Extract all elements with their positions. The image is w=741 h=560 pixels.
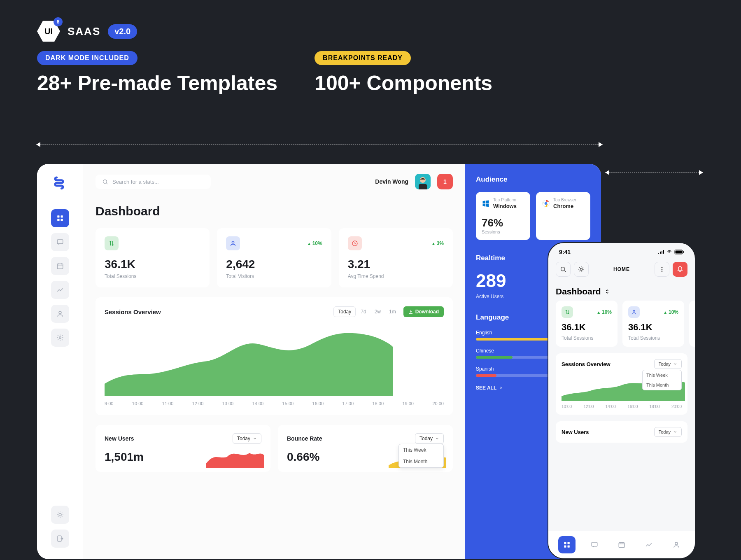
mobile-more-button[interactable] (655, 262, 669, 277)
stat-delta: 10% (597, 309, 612, 315)
headline-components: 100+ Components (315, 72, 492, 96)
mnav-dashboard[interactable] (558, 536, 576, 553)
nav-analytics[interactable] (51, 281, 69, 299)
stat-label: Total Visitors (226, 273, 322, 279)
mobile-new-users-select[interactable]: Today (654, 427, 682, 437)
stat-value: 36.1K (562, 322, 612, 333)
avatar[interactable] (415, 174, 431, 189)
range-2w[interactable]: 2w (371, 307, 384, 317)
range-today[interactable]: Today (333, 306, 356, 317)
mnav-profile[interactable] (668, 536, 685, 553)
logo-icon (52, 175, 68, 192)
page-title: Dashboard (96, 204, 453, 218)
notification-badge[interactable]: 1 (437, 174, 453, 189)
card-title: Sessions Overview (562, 361, 611, 367)
svg-rect-0 (57, 215, 59, 217)
bounce-dropdown[interactable]: This Week This Month (398, 444, 444, 468)
stat-value: 36.1K (628, 322, 678, 333)
width-ruler (36, 144, 603, 145)
sessions-area-chart (105, 322, 393, 396)
new-users-card: New Users Today 1,501m (96, 425, 270, 472)
product-name: SAAS (68, 25, 100, 38)
stat-label: Total Sessions (628, 335, 678, 341)
search-placeholder: Search for a stats... (112, 179, 159, 185)
mobile-sessions-dropdown[interactable]: This Week This Month (642, 370, 682, 390)
stat-total-sessions: 36.1K Total Sessions (96, 228, 210, 287)
mnav-calendar[interactable] (613, 536, 630, 553)
mobile-sessions-select[interactable]: Today (654, 359, 682, 369)
svg-point-7 (59, 337, 61, 339)
svg-point-23 (662, 267, 663, 268)
nav-users[interactable] (51, 305, 69, 323)
stat-value: 2,642 (226, 258, 322, 271)
mobile-bottom-nav (548, 531, 695, 558)
svg-point-25 (662, 271, 663, 272)
range-7d[interactable]: 7d (357, 307, 369, 317)
selector-icon (604, 289, 610, 294)
mobile-theme-button[interactable] (574, 262, 589, 277)
download-label: Download (415, 309, 439, 315)
nav-calendar[interactable] (51, 257, 69, 275)
arrows-icon (562, 306, 573, 318)
stat-value: 36.1K (105, 258, 200, 271)
svg-point-8 (59, 513, 61, 516)
stat-label: Total Sessions (562, 335, 612, 341)
chevron-right-icon (499, 386, 503, 390)
desktop-dashboard: Search for a stats... Devin Wong 1 Dashb… (37, 164, 601, 559)
top-platform-card: Top Platform Windows 76% Sessions (476, 192, 530, 240)
mnav-analytics[interactable] (640, 536, 657, 553)
mobile-bell-button[interactable] (673, 262, 687, 277)
svg-rect-33 (619, 543, 624, 548)
download-icon (408, 309, 413, 314)
mobile-stat-1: 10% 36.1K Total Sessions (556, 301, 618, 347)
stat-label: Avg Time Spend (348, 273, 444, 279)
status-icons (658, 250, 684, 254)
label: Top Browser (553, 198, 576, 202)
mobile-mockup: 9:41 HOME Dashboard 10% 36.1K Total Sess… (548, 242, 696, 559)
nav-settings[interactable] (51, 329, 69, 347)
dropdown-option-week[interactable]: This Week (399, 444, 443, 456)
dropdown-option-week[interactable]: This Week (643, 370, 681, 380)
search-input[interactable]: Search for a stats... (96, 175, 211, 189)
mobile-sessions-card: Sessions Overview Today This Week This M… (556, 353, 687, 415)
new-users-select[interactable]: Today (233, 433, 261, 444)
svg-point-22 (580, 268, 582, 270)
svg-rect-1 (61, 215, 63, 217)
chrome-icon (542, 199, 550, 208)
stat-delta: 3% (431, 240, 444, 246)
nav-dashboard[interactable] (51, 209, 69, 227)
svg-rect-28 (564, 542, 566, 544)
mobile-home-label: HOME (613, 266, 630, 272)
nav-chat[interactable] (51, 233, 69, 251)
chevron-down-icon (673, 362, 677, 366)
headline-templates: 28+ Pre-made Templates (37, 72, 277, 96)
dropdown-option-month[interactable]: This Month (399, 456, 443, 467)
svg-rect-20 (683, 251, 684, 253)
value: Chrome (553, 203, 576, 209)
dropdown-option-month[interactable]: This Month (643, 380, 681, 390)
user-name: Devin Wong (375, 178, 408, 185)
clock-icon (348, 236, 362, 250)
width-ruler-right (605, 172, 703, 173)
version-badge: v2.0 (108, 24, 137, 39)
svg-point-10 (103, 180, 107, 183)
card-title: Bounce Rate (287, 435, 322, 442)
svg-rect-13 (419, 184, 427, 189)
mobile-search-button[interactable] (556, 262, 571, 277)
bounce-select[interactable]: Today (415, 433, 444, 444)
nav-theme[interactable] (51, 506, 69, 524)
mobile-page-title[interactable]: Dashboard (548, 281, 695, 301)
download-button[interactable]: Download (403, 306, 444, 317)
status-time: 9:41 (559, 249, 571, 255)
sessions-xaxis: 9:0010:0011:0012:0013:0014:0015:0016:001… (105, 401, 444, 406)
dark-mode-pill: DARK MODE INCLUDED (37, 51, 137, 65)
chevron-down-icon (435, 436, 439, 441)
nav-logout[interactable] (51, 530, 69, 548)
windows-icon (482, 199, 490, 208)
card-title: New Users (105, 435, 134, 442)
svg-rect-29 (568, 542, 570, 544)
card-title: Sessions Overview (105, 308, 161, 315)
svg-rect-30 (564, 546, 566, 548)
range-1m[interactable]: 1m (386, 307, 399, 317)
mnav-chat[interactable] (586, 536, 603, 553)
